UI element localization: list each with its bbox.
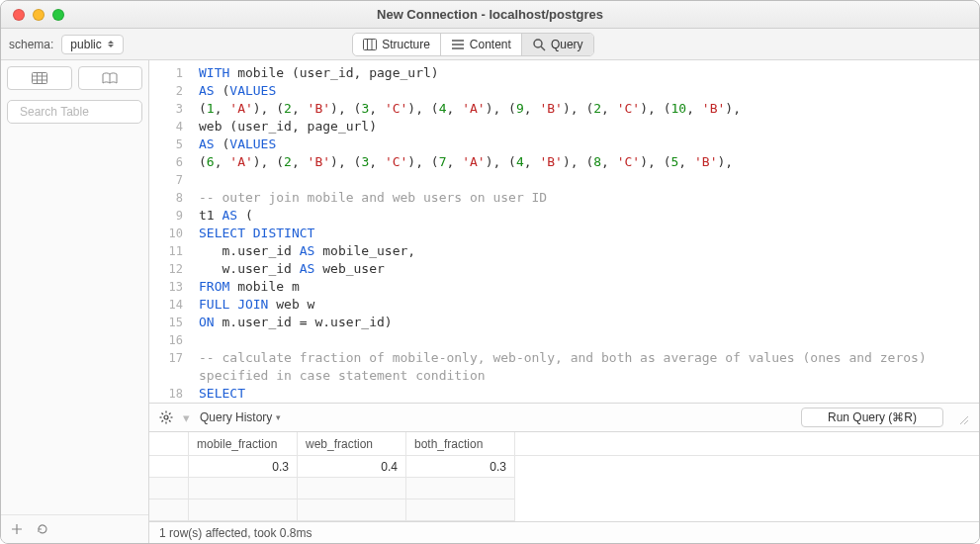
table-row [149,478,979,499]
minimize-icon[interactable] [33,9,45,21]
window-title: New Connection - localhost/postgres [1,7,979,22]
add-icon[interactable] [11,523,23,535]
sql-editor[interactable]: 12345678910111213141516171819202122 WITH… [149,60,979,403]
table-cell: 0.4 [298,456,406,478]
tab-content-label: Content [470,38,511,51]
content-icon [451,39,465,50]
query-history-menu[interactable]: Query History ▾ [200,410,281,424]
query-history-label: Query History [200,410,272,424]
svg-point-6 [534,40,542,47]
svg-line-26 [169,413,171,415]
results-column-header[interactable]: both_fraction [406,432,515,455]
main-body: 12345678910111213141516171819202122 WITH… [1,60,979,543]
close-icon[interactable] [13,9,25,21]
svg-line-7 [541,46,545,50]
zoom-icon[interactable] [52,9,64,21]
editor-gutter: 12345678910111213141516171819202122 [149,60,191,403]
table-row [149,499,979,521]
tab-content[interactable]: Content [441,34,522,55]
search-input[interactable] [20,105,168,119]
svg-line-24 [169,420,171,422]
tab-query-label: Query [551,38,583,51]
schema-select[interactable]: public [61,35,123,54]
book-icon [102,72,118,84]
svg-rect-8 [32,73,46,84]
view-tabs: Structure Content Query [352,33,593,56]
search-icon [532,38,546,51]
results-header: mobile_fractionweb_fractionboth_fraction [149,432,979,456]
chevron-down-icon: ▾ [276,412,281,422]
refresh-icon[interactable] [37,523,48,535]
svg-line-25 [162,420,164,422]
run-query-button[interactable]: Run Query (⌘R) [801,408,943,427]
grid-icon [32,72,47,84]
status-text: 1 row(s) affected, took 0.8ms [159,526,312,540]
gear-icon[interactable] [159,410,173,424]
sidebar [1,60,149,543]
resize-handle-icon[interactable] [953,409,969,425]
svg-line-27 [960,416,968,424]
toolbar: schema: public Structure Content Query [1,29,979,60]
sidebar-book-button[interactable] [78,66,143,90]
results-column-header[interactable]: web_fraction [298,432,406,455]
window-controls [1,9,64,21]
schema-value: public [70,38,101,51]
table-row[interactable]: 0.30.40.3 [149,456,979,478]
sidebar-grid-button[interactable] [7,66,72,90]
sidebar-empty [1,128,148,514]
search-table[interactable] [7,100,142,124]
svg-line-28 [964,420,968,424]
results-body: 0.30.40.3 [149,456,979,521]
svg-rect-0 [364,39,377,49]
main-panel: 12345678910111213141516171819202122 WITH… [149,60,979,543]
tab-structure-label: Structure [382,38,430,51]
table-cell: 0.3 [189,456,298,478]
chevron-updown-icon [108,41,115,47]
table-cell: 0.3 [406,456,515,478]
svg-point-18 [164,415,168,419]
structure-icon [363,39,377,50]
editor-toolbar: ▾ Query History ▾ Run Query (⌘R) [149,403,979,431]
tab-query[interactable]: Query [522,34,593,55]
editor-code[interactable]: WITH mobile (user_id, page_url)AS (VALUE… [191,60,979,403]
sidebar-footer [1,514,148,543]
svg-line-23 [162,413,164,415]
tab-structure[interactable]: Structure [353,34,441,55]
schema-label: schema: [9,38,53,51]
query-results: mobile_fractionweb_fractionboth_fraction… [149,431,979,521]
results-column-header[interactable]: mobile_fraction [189,432,298,455]
titlebar: New Connection - localhost/postgres [1,1,979,29]
status-bar: 1 row(s) affected, took 0.8ms [149,521,979,543]
app-window: New Connection - localhost/postgres sche… [0,0,980,544]
